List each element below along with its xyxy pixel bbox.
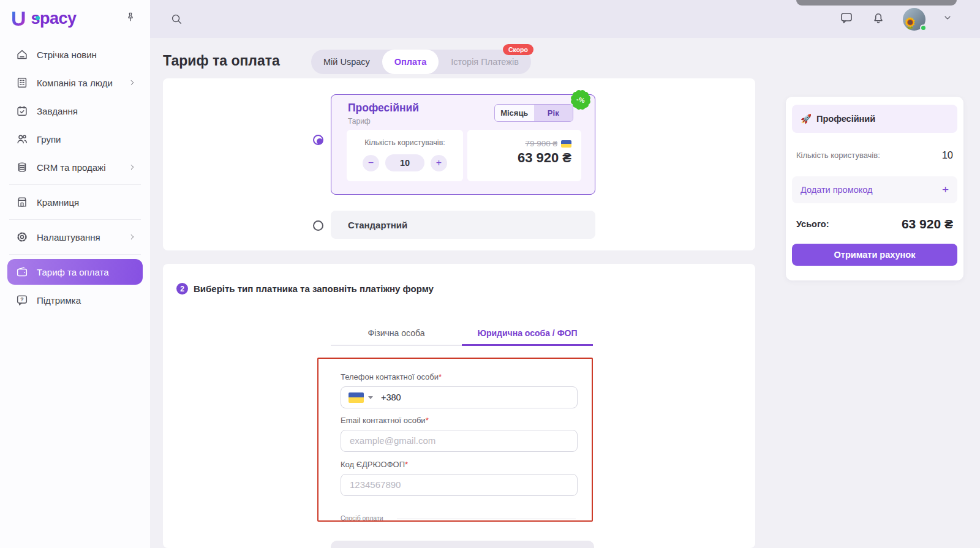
old-price: 79 900 ₴: [525, 139, 557, 148]
chevron-right-icon: [128, 233, 137, 241]
payer-section-title: Виберіть тип платника та заповніть платі…: [194, 283, 434, 294]
soon-badge: Скоро: [503, 44, 533, 55]
svg-text:?: ?: [20, 296, 23, 302]
toggle-year[interactable]: Рік: [534, 105, 573, 121]
standard-plan-label: Стандартний: [348, 220, 407, 230]
radio-standard-plan[interactable]: [313, 220, 323, 231]
phone-input[interactable]: [381, 392, 570, 402]
user-avatar[interactable]: 🌻: [903, 8, 925, 31]
decrease-users-button[interactable]: −: [363, 155, 379, 171]
chevron-right-icon: [128, 78, 137, 87]
uspacy-app: 🌻 U spacy Стрічка новин Компанія та: [0, 0, 980, 548]
uspacy-logo[interactable]: U spacy: [11, 6, 77, 31]
order-summary-card: 🚀 Професійний Кількість користувачів: 10…: [786, 97, 963, 280]
page-title: Тариф та оплата: [163, 53, 280, 69]
sidebar-item-newsfeed[interactable]: Стрічка новин: [7, 42, 143, 67]
flag-dropdown-caret-icon[interactable]: [368, 396, 373, 399]
total-value: 63 920 ₴: [902, 217, 953, 231]
tab-underline-active: [462, 344, 593, 346]
payment-method-option-partial: [331, 541, 594, 548]
plan-name: Професійний: [348, 102, 419, 114]
users-count-value: 10: [385, 154, 424, 171]
email-input[interactable]: [341, 430, 578, 452]
tab-payment-history[interactable]: Історія Платежів Скоро: [439, 50, 531, 74]
rocket-icon: 🚀: [801, 114, 812, 124]
payment-method-label: Спосіб оплати: [341, 514, 383, 522]
sidebar: U spacy Стрічка новин Компанія та люди З…: [0, 0, 150, 548]
edrpou-input[interactable]: [341, 474, 578, 496]
plus-icon: +: [942, 183, 949, 197]
step-number-badge: 2: [176, 283, 188, 295]
sidebar-item-marketplace[interactable]: Крамниця: [7, 189, 143, 215]
users-count-label: Кількість користувачів:: [347, 138, 463, 147]
email-field-label: Email контактної особи*: [341, 416, 429, 425]
toggle-month[interactable]: Місяць: [495, 105, 534, 121]
topbar: 🌻: [150, 0, 980, 38]
summary-users-row: Кількість користувачів: 10: [792, 149, 957, 161]
page-tabs: Мій Uspacy Оплата Історія Платежів Скоро: [311, 50, 531, 74]
sidebar-item-company-people[interactable]: Компанія та люди: [7, 70, 143, 96]
discount-badge-icon: -%: [570, 89, 591, 110]
current-price: 63 920 ₴: [467, 150, 571, 166]
users-stepper: − 10 +: [347, 154, 463, 171]
professional-plan-card[interactable]: Професійний Тариф Місяць Рік -% Кількіст…: [331, 94, 595, 195]
chevron-right-icon: [128, 163, 137, 171]
tab-legal-entity[interactable]: Юридична особа / ФОП: [462, 328, 593, 344]
phone-field-label: Телефон контактної особи*: [341, 372, 442, 381]
sidebar-divider: [9, 219, 141, 220]
screen-overlay-bar: [796, 0, 957, 6]
sidebar-item-tasks[interactable]: Завдання: [7, 98, 143, 124]
sidebar-item-groups[interactable]: Групи: [7, 126, 143, 152]
tab-my-uspacy[interactable]: Мій Uspacy: [311, 50, 382, 74]
tab-payment[interactable]: Оплата: [382, 50, 439, 74]
add-promocode-row[interactable]: Додати промокод +: [792, 176, 957, 203]
standard-plan-row[interactable]: Стандартний: [331, 211, 595, 239]
search-icon[interactable]: [170, 12, 183, 28]
radio-professional-plan[interactable]: [313, 135, 323, 145]
chat-icon[interactable]: [839, 10, 854, 28]
sidebar-divider: [9, 184, 141, 185]
sidebar-item-tariff-payment[interactable]: Тариф та оплата: [7, 259, 143, 285]
tab-individual[interactable]: Фізична особа: [331, 328, 462, 344]
summary-total-row: Усього: 63 920 ₴: [792, 217, 957, 231]
sidebar-item-crm[interactable]: CRM та продажі: [7, 154, 143, 180]
phone-field: [341, 386, 578, 408]
sidebar-divider: [9, 254, 141, 255]
sidebar-item-support[interactable]: ? Підтримка: [7, 287, 143, 313]
phone-country-flag-icon[interactable]: [349, 392, 364, 403]
logo-u-mark: U: [11, 8, 26, 29]
payment-method-divider: [397, 519, 576, 519]
online-status-dot: [920, 24, 927, 31]
sidebar-pin-icon[interactable]: [124, 11, 137, 26]
sidebar-item-settings[interactable]: Налаштування: [7, 224, 143, 250]
plan-subtitle: Тариф: [348, 117, 371, 126]
summary-plan-banner: 🚀 Професійний: [792, 105, 957, 133]
summary-plan-name: Професійний: [816, 114, 875, 124]
edrpou-field-label: Код ЄДРЮОФОП*: [341, 460, 408, 469]
add-promocode-label: Додати промокод: [801, 185, 872, 195]
logo-dot: [36, 16, 40, 20]
summary-users-value: 10: [942, 149, 953, 161]
summary-users-label: Кількість користувачів:: [796, 151, 880, 160]
increase-users-button[interactable]: +: [431, 155, 447, 171]
tab-underline-inactive: [331, 345, 462, 346]
notifications-bell-icon[interactable]: [871, 10, 886, 28]
get-invoice-button[interactable]: Отримати рахунок: [792, 244, 957, 266]
profile-chevron-down-icon[interactable]: [943, 13, 952, 25]
users-count-box: Кількість користувачів: − 10 +: [347, 130, 463, 181]
price-box: 79 900 ₴ 63 920 ₴: [467, 130, 581, 181]
billing-period-toggle: Місяць Рік: [494, 104, 573, 122]
ukraine-flag-icon: [561, 140, 571, 148]
total-label: Усього:: [796, 219, 829, 229]
